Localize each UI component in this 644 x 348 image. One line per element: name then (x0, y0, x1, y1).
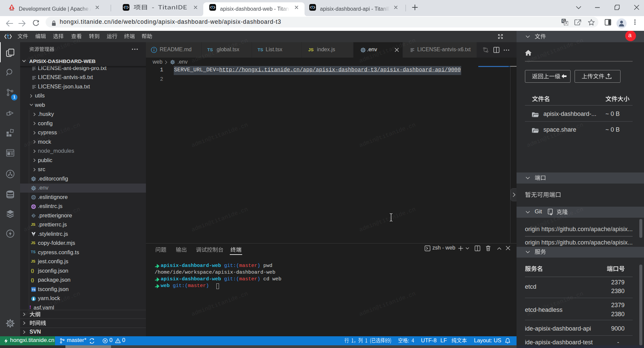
svg-text:TS: TS (32, 288, 36, 291)
